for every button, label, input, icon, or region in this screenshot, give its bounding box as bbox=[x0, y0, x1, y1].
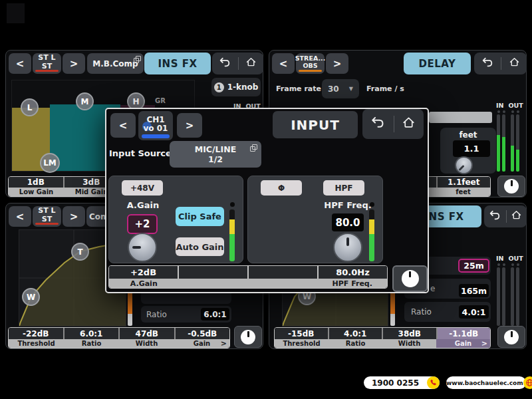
strip-value[interactable] bbox=[249, 266, 319, 279]
strip-more-chevron[interactable]: > bbox=[221, 339, 227, 348]
undo-icon[interactable] bbox=[489, 210, 501, 223]
strip-label: A.Gain bbox=[109, 279, 179, 288]
tr-delay-knob[interactable] bbox=[455, 156, 473, 174]
br-out-meter-l bbox=[511, 267, 514, 326]
strip-value[interactable]: 80.0Hz bbox=[319, 266, 387, 279]
input-source-line1: MIC/LINE bbox=[195, 144, 236, 154]
bl-params-strip[interactable]: -22dB 6.0:1 47dB -0.5dB Threshold Ratio … bbox=[8, 327, 230, 348]
bl-knob-box[interactable] bbox=[234, 326, 262, 348]
knob-icon bbox=[504, 179, 519, 194]
br-release-value[interactable]: 165m bbox=[459, 284, 489, 297]
br-undo-home-group bbox=[484, 205, 527, 227]
handle-label: W bbox=[27, 293, 35, 302]
popup-channel-button[interactable]: CH1 vo 01 bbox=[138, 111, 173, 140]
tr-next-button[interactable]: > bbox=[326, 53, 348, 74]
tl-undo-home-group bbox=[212, 53, 263, 74]
popup-input-source-button[interactable]: MIC/LINE 1/2 bbox=[170, 141, 261, 168]
chevron-right-icon: > bbox=[70, 211, 78, 223]
again-knob[interactable] bbox=[128, 233, 157, 262]
tl-gr-label: GR bbox=[155, 97, 166, 104]
one-knob-badge: 1 bbox=[214, 82, 224, 92]
strip-value[interactable]: +2dB bbox=[109, 266, 179, 279]
popup-title: INPUT bbox=[273, 111, 358, 138]
popup-prev-button[interactable]: < bbox=[110, 113, 136, 138]
hpf-knob[interactable] bbox=[333, 233, 362, 262]
tr-frame-rate-select[interactable]: 30 ▼ bbox=[322, 79, 359, 98]
bl-handle-threshold[interactable]: T bbox=[71, 243, 89, 261]
br-ratio-value[interactable]: 4.0:1 bbox=[459, 305, 489, 319]
clip-safe-button[interactable]: Clip Safe bbox=[176, 207, 224, 226]
strip-more-chevron[interactable]: > bbox=[481, 339, 487, 348]
strip-value[interactable]: 1dB bbox=[9, 177, 65, 188]
popup-knob-box[interactable] bbox=[392, 265, 428, 292]
input-source-line2: 1/2 bbox=[208, 154, 223, 164]
strip-value[interactable]: 6.0:1 bbox=[65, 328, 120, 339]
strip-label: Width bbox=[382, 339, 436, 348]
tl-channel-button[interactable]: ST L ST bbox=[33, 53, 61, 74]
strip-value[interactable]: -15dB bbox=[275, 328, 329, 339]
copy-icon bbox=[250, 144, 257, 152]
again-label: A.Gain bbox=[120, 200, 166, 210]
tl-one-knob-button[interactable]: 1 1-knob bbox=[211, 78, 261, 96]
strip-value[interactable]: 38dB bbox=[383, 328, 438, 339]
knob-icon bbox=[504, 330, 519, 344]
bl-next-button[interactable]: > bbox=[63, 206, 85, 227]
phantom-48v-button[interactable]: +48V bbox=[122, 180, 163, 196]
hpf-button[interactable]: HPF bbox=[323, 180, 364, 196]
peak-dot bbox=[511, 110, 514, 113]
tl-handle-mid[interactable]: M bbox=[76, 92, 94, 110]
hpf-freq-value[interactable]: 80.0 bbox=[332, 213, 364, 231]
tr-prev-button[interactable]: < bbox=[272, 53, 295, 74]
strip-value[interactable]: 1.1feet bbox=[438, 177, 491, 188]
tl-library-button[interactable]: M.B.Comp bbox=[87, 53, 144, 74]
home-icon[interactable] bbox=[511, 209, 522, 223]
home-icon[interactable] bbox=[509, 57, 520, 70]
tr-scroll-bar[interactable] bbox=[429, 112, 492, 123]
tl-prev-button[interactable]: < bbox=[9, 53, 31, 74]
again-value[interactable]: +2 bbox=[127, 214, 158, 234]
tl-handle-lowmid[interactable]: LM bbox=[40, 153, 60, 173]
chevron-left-icon: < bbox=[279, 58, 288, 70]
strip-value-selected[interactable]: -1.1dB bbox=[438, 328, 491, 339]
tr-out-meter-l bbox=[511, 114, 514, 172]
br-knob-box[interactable] bbox=[497, 326, 525, 348]
tl-page-button-insfx[interactable]: INS FX bbox=[144, 53, 211, 74]
handle-label: T bbox=[77, 247, 82, 257]
undo-icon[interactable] bbox=[219, 57, 231, 70]
gain-meter bbox=[229, 209, 235, 261]
undo-icon[interactable] bbox=[481, 57, 494, 70]
divider bbox=[506, 210, 507, 222]
footer-website-url: www.baochauelec.com bbox=[446, 380, 523, 386]
tr-page-button-delay[interactable]: DELAY bbox=[404, 53, 471, 74]
br-params-strip[interactable]: -15dB 4.0:1 38dB -1.1dB Threshold Ratio … bbox=[274, 327, 491, 348]
bl-channel-button[interactable]: ST L ST bbox=[33, 206, 61, 227]
strip-value[interactable]: 47dB bbox=[120, 328, 176, 339]
strip-value[interactable]: 4.0:1 bbox=[329, 328, 384, 339]
phase-button[interactable]: Φ bbox=[261, 180, 302, 196]
popup-next-button[interactable]: > bbox=[177, 113, 202, 138]
strip-value[interactable]: -22dB bbox=[9, 328, 65, 339]
tl-handle-low[interactable]: L bbox=[21, 98, 39, 116]
tr-channel-button[interactable]: STREA... OBS bbox=[296, 53, 325, 74]
popup-input-source-label: Input Source bbox=[109, 148, 172, 158]
br-attack-value[interactable]: 25m bbox=[458, 259, 489, 273]
tl-next-button[interactable]: > bbox=[63, 53, 85, 74]
bl-prev-button[interactable]: < bbox=[9, 206, 31, 227]
popup-undo-home-group bbox=[362, 109, 424, 139]
home-icon[interactable] bbox=[402, 116, 416, 132]
auto-gain-button[interactable]: Auto Gain bbox=[176, 237, 224, 256]
strip-label: Ratio bbox=[329, 339, 382, 348]
popup-params-strip[interactable]: +2dB 80.0Hz A.Gain HPF Freq. bbox=[108, 265, 388, 289]
undo-icon[interactable] bbox=[370, 116, 386, 132]
home-icon[interactable] bbox=[245, 57, 257, 70]
footer-website-pill: www.baochauelec.com bbox=[446, 376, 526, 389]
strip-value[interactable] bbox=[179, 266, 249, 279]
strip-value[interactable]: -0.5dB bbox=[176, 328, 230, 339]
bl-handle-width[interactable]: W bbox=[22, 288, 40, 306]
tr-delay-value[interactable]: 1.1 bbox=[453, 140, 490, 157]
popup-channel-color-bar bbox=[142, 134, 170, 138]
br-gr-meter bbox=[390, 291, 395, 326]
tr-knob-box[interactable] bbox=[497, 176, 525, 197]
bl-channel-label: ST bbox=[42, 215, 52, 223]
bl-ratio-value[interactable]: 6.0:1 bbox=[201, 308, 229, 321]
